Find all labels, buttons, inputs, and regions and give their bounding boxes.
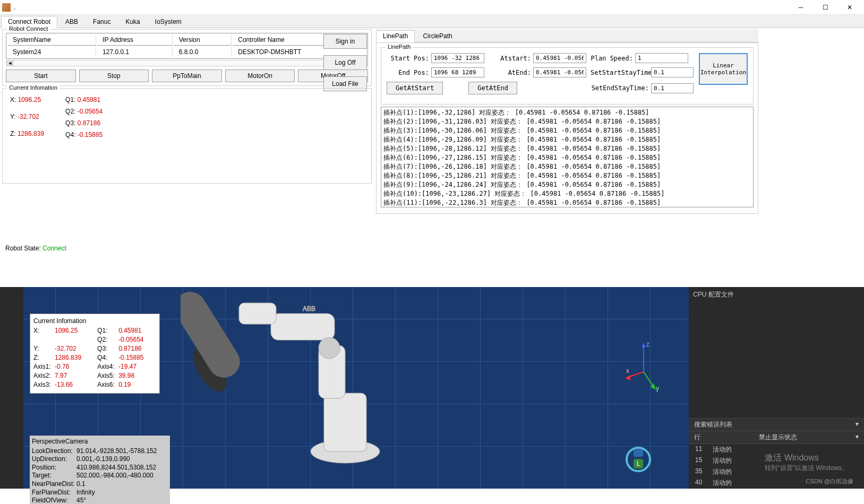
window-title: . [14,4,789,11]
tab-circlepath[interactable]: CirclePath [416,30,459,42]
svg-rect-8 [181,287,246,384]
maximize-button[interactable]: ☐ [813,0,837,15]
tab-iosystem[interactable]: IoSystem [148,16,189,28]
table-row[interactable]: System24 127.0.0.1 6.8.0.0 DESKTOP-DMSHB… [7,47,366,57]
robot-arm-icon: ABB [181,287,499,489]
linepath-legend: LinePath [386,44,413,50]
get-at-end-button[interactable]: GetAtEnd [468,82,517,94]
close-button[interactable]: ✕ [837,0,862,15]
svg-text:ABB: ABB [303,305,315,312]
current-info-legend: Current Infomation [7,84,59,91]
activate-windows-watermark: 激活 Windows 转到"设置"以激活 Windows。 [765,453,848,473]
set-end-input[interactable] [651,83,694,93]
svg-marker-10 [641,343,646,347]
th-systemname: SystemName [7,34,96,46]
motoron-button[interactable]: MotorOn [225,69,295,82]
dropdown-icon[interactable]: ▾ [856,433,859,442]
viewport-3d[interactable]: ABB z x y L Current Infomation X:1096.25… [0,287,864,489]
svg-text:L: L [637,460,640,467]
left-dark-panel [0,287,23,489]
atstart-input[interactable] [533,53,586,63]
th-version: Version [174,34,232,46]
th-ip: IP Address [97,34,173,46]
signin-button[interactable]: Sign in [323,34,367,49]
end-pos-input[interactable] [431,67,484,77]
search-errors-label[interactable]: 搜索错误列表 [694,420,732,429]
table-scrollbar[interactable]: ◄► [6,60,368,66]
svg-text:y: y [656,385,659,392]
get-at-start-button[interactable]: GetAtStart [387,82,443,94]
q4-value: -0.15885 [78,131,102,138]
tab-linepath[interactable]: LinePath [376,30,415,42]
overlay-info-panel: Current Infomation X:1096.25Q1:0.45981 Q… [30,314,160,394]
q3-value: 0.87186 [78,119,100,127]
pptomain-button[interactable]: PpToMain [152,69,222,82]
svg-text:z: z [646,341,649,348]
state-line: Robot State: Connect [0,240,864,256]
svg-rect-19 [634,449,643,457]
svg-rect-1 [324,393,366,451]
titlebar: . ─ ☐ ✕ [0,0,864,15]
log-textarea[interactable]: 插补点(1):[1096,-32,1286] 对应姿态： [0.45981 -0… [381,107,754,207]
robot-connect-legend: Robot Connect [7,25,50,32]
q2-value: -0.05654 [78,108,102,115]
start-pos-input[interactable] [431,53,484,63]
app-icon [2,3,11,12]
tab-kuka[interactable]: Kuka [118,16,147,28]
svg-text:x: x [626,367,629,375]
main-tabbar: Connect Robot ABB Fanuc Kuka IoSystem [0,15,864,28]
current-info-group: Current Infomation X: 1096.25 Y: -32.702… [2,88,372,184]
linear-interpolation-button[interactable]: Linear Interpolation [699,53,748,85]
robot-table[interactable]: SystemName IP Address Version Controller… [6,33,368,59]
stop-button[interactable]: Stop [79,69,149,82]
robot-connect-group: Robot Connect SystemName IP Address Vers… [2,29,372,86]
svg-rect-4 [239,303,276,324]
csdn-watermark: CSDN @白纸边缘 [806,477,853,485]
robot-state: Connect [42,245,66,252]
tab-fanuc[interactable]: Fanuc [86,16,117,28]
q1-value: 0.45981 [78,96,100,103]
minimize-button[interactable]: ─ [789,0,813,15]
x-value: 1096.25 [18,96,41,103]
tab-abb[interactable]: ABB [58,16,85,28]
svg-marker-14 [651,384,656,390]
right-tabbar: LinePath CirclePath [376,29,758,42]
y-value: -32.702 [18,113,39,120]
svg-rect-3 [271,314,335,340]
svg-marker-12 [625,375,630,380]
axis-gizmo-icon: z x y [625,340,662,393]
atend-input[interactable] [533,67,586,77]
dropdown-icon[interactable]: ▾ [856,420,859,429]
set-start-input[interactable] [651,67,694,77]
camera-info-panel: PerspectiveCamera LookDirection:91.014,-… [30,436,170,504]
plan-speed-input[interactable] [635,53,688,63]
z-value: 1286.839 [18,130,44,137]
svg-point-5 [319,337,340,359]
logoff-button[interactable]: Log Off [323,55,367,70]
view-mode-icon[interactable]: L [625,446,652,473]
start-button[interactable]: Start [6,69,76,82]
